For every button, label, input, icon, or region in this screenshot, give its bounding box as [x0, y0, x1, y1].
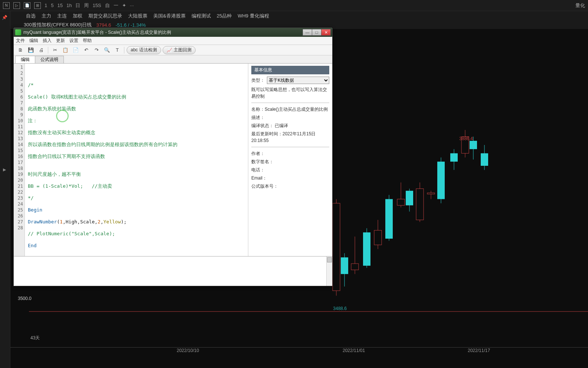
x-date: 2022/11/01 [343, 348, 365, 353]
svg-rect-28 [470, 141, 477, 149]
search-icon[interactable]: 🔍 [102, 46, 111, 54]
ide-tabs: 编辑 公式说明 [14, 55, 332, 64]
type-select[interactable]: 基于K线数据 [267, 77, 329, 84]
copy-icon[interactable]: 📋 [61, 46, 70, 54]
days-label: 43天 [30, 335, 40, 341]
minimize-button[interactable]: — [303, 29, 312, 36]
panel-header: 基本信息 [251, 66, 329, 74]
name-label: 名称： [251, 107, 265, 112]
menu-update[interactable]: 更新 [56, 38, 65, 44]
period-btn[interactable]: 1h [66, 3, 72, 8]
svg-rect-12 [385, 199, 393, 239]
menu-help[interactable]: 帮助 [83, 38, 92, 44]
nav-item[interactable]: WH9 量化编程 [238, 13, 269, 19]
output-pane[interactable] [14, 256, 332, 286]
svg-rect-20 [427, 193, 435, 194]
period-btn[interactable]: 周 [84, 2, 89, 9]
name-value: Scale()主动买占总成交量的比例 [265, 107, 328, 112]
toolbar-icon[interactable]: ⊞ [34, 2, 41, 9]
period-btn[interactable]: 1 [45, 3, 47, 8]
svg-rect-18 [416, 189, 424, 220]
x-axis [10, 347, 588, 348]
period-btn[interactable]: 日 [75, 2, 80, 9]
code-editor[interactable]: 1234567891011121314151617181920212223242… [14, 64, 248, 256]
save-icon[interactable]: 💾 [26, 46, 35, 54]
ticker-price: 3794.6 [97, 22, 111, 28]
low-price-label: 3488.6 [333, 306, 347, 311]
period-btn[interactable]: 自 [105, 2, 110, 9]
expand-icon[interactable]: ▶ [3, 167, 6, 172]
menu-settings[interactable]: 设置 [69, 38, 78, 44]
nav-item[interactable]: 大陆股票 [128, 13, 147, 19]
maximize-button[interactable]: □ [312, 29, 321, 36]
close-button[interactable]: ✕ [321, 29, 331, 36]
new-file-icon[interactable]: 🗎 [16, 46, 25, 54]
top-toolbar: N ▷ 📄 ⊞ 1 5 15 1h 日 周 15S 自 一 ✦ ··· 量化 [0, 0, 588, 11]
ide-window: myQuant language(宽语言)策略开发平台 - Scale()主动买… [13, 28, 333, 286]
nav-item[interactable]: 主力 [42, 13, 51, 19]
menu-edit[interactable]: 编辑 [29, 38, 38, 44]
ticker-change: -51.6 / -1.34% [115, 22, 146, 28]
svg-rect-30 [481, 153, 488, 166]
menu-insert[interactable]: 插入 [43, 38, 52, 44]
backtest-button[interactable]: 📈主图回测 [163, 46, 196, 54]
undo-icon[interactable]: ↶ [82, 46, 91, 54]
output-scrollbar[interactable] [326, 256, 332, 286]
svg-rect-14 [397, 199, 405, 206]
type-label: 类型： [251, 77, 265, 84]
nav-item[interactable]: 美国&香港股票 [153, 13, 186, 19]
mtime-label: 最后更新时间： [251, 131, 282, 136]
svg-rect-16 [406, 191, 413, 205]
period-btn[interactable]: 15 [57, 3, 62, 8]
window-title: myQuant language(宽语言)策略开发平台 - Scale()主动买… [23, 29, 171, 36]
email-label: Email： [251, 175, 329, 181]
svg-rect-10 [374, 230, 382, 245]
print-icon[interactable]: 🖨 [37, 46, 46, 54]
compile-label: 编译状态： [251, 123, 274, 128]
ver-label: 公式版本号： [251, 183, 329, 190]
period-btn[interactable]: ✦ [122, 3, 126, 8]
left-sidebar: 📌 ▶ [0, 11, 10, 368]
properties-panel: 基本信息 类型： 基于K线数据 既可以写策略思想，也可以写入算法交易控制 名称：… [248, 64, 332, 256]
toolbar-icon[interactable]: N [3, 2, 10, 9]
sig-label: 数字签名： [251, 158, 329, 165]
cut-icon[interactable]: ✂ [50, 46, 59, 54]
period-btn[interactable]: 一 [114, 2, 118, 9]
nav-item[interactable]: 25品种 [217, 13, 232, 19]
pin-icon[interactable]: 📌 [2, 15, 7, 20]
nav-item[interactable]: 期货交易沉思录 [88, 13, 122, 19]
svg-rect-8 [363, 232, 370, 266]
toolbar-icon[interactable]: ▷ [13, 2, 20, 9]
x-date: 2022/10/10 [177, 348, 199, 353]
svg-rect-6 [351, 264, 359, 270]
compile-value: 已编译 [275, 123, 288, 128]
desc-hint: 既可以写策略思想，也可以写入算法交易控制 [251, 86, 329, 100]
more-btn[interactable]: ··· [130, 3, 134, 8]
quant-label: 量化 [575, 2, 585, 9]
ide-menubar: 文件 编辑 插入 更新 设置 帮助 [14, 37, 332, 45]
phone-label: 电话： [251, 167, 329, 173]
redo-icon[interactable]: ↷ [92, 46, 101, 54]
ide-titlebar[interactable]: myQuant language(宽语言)策略开发平台 - Scale()主动买… [14, 28, 332, 37]
period-btn[interactable]: 15S [92, 3, 101, 8]
code-content[interactable]: /*Scale() 取得K线图主动买占总成交量的比例此函数为系统封装函数注：指数… [25, 64, 248, 256]
ide-toolbar: 🗎 💾 🖨 ✂ 📋 📄 ↶ ↷ 🔍 T abc 语法检测 📈主图回测 [14, 45, 332, 55]
y-axis-tick: 3500.0 [18, 296, 32, 301]
line-gutter: 1234567891011121314151617181920212223242… [14, 64, 25, 256]
x-date: 2022/11/17 [468, 348, 490, 353]
tab-formula-desc[interactable]: 公式说明 [35, 56, 64, 63]
nav-item[interactable]: 主连 [57, 13, 67, 19]
nav-item[interactable]: 加权 [73, 13, 82, 19]
syntax-check-button[interactable]: abc 语法检测 [127, 46, 161, 54]
tab-edit[interactable]: 编辑 [15, 56, 35, 63]
text-icon[interactable]: T [113, 46, 122, 54]
paste-icon[interactable]: 📄 [71, 46, 80, 54]
toolbar-icon[interactable]: 📄 [24, 2, 30, 9]
nav-item[interactable]: 自选 [26, 13, 36, 19]
svg-rect-4 [341, 257, 348, 274]
period-btn[interactable]: 5 [51, 3, 53, 8]
high-price-label: 3886.4 [459, 136, 473, 141]
nav-item[interactable]: 编程测试 [192, 13, 211, 19]
menu-file[interactable]: 文件 [16, 38, 25, 44]
author-label: 作者： [251, 150, 329, 157]
